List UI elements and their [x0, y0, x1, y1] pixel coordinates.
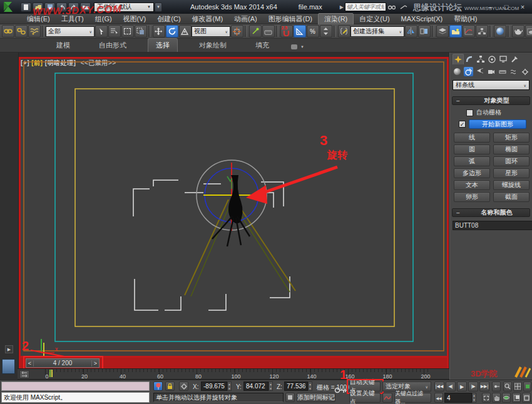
select-and-move-icon[interactable] [153, 25, 165, 38]
object-type-rollout-header[interactable]: − 对象类型 [452, 96, 530, 105]
align-icon[interactable] [418, 25, 431, 38]
select-and-link-icon[interactable] [2, 25, 14, 38]
tab-modify-icon[interactable] [464, 54, 475, 64]
z-spinner[interactable]: ▲▼ [308, 381, 312, 391]
curve-editor-icon[interactable] [463, 25, 475, 38]
shape-rectangle-button[interactable]: 矩形 [493, 133, 529, 143]
tab-utilities-icon[interactable] [509, 54, 520, 64]
tab-hierarchy-icon[interactable] [475, 54, 486, 64]
rectangular-selection-region-icon[interactable] [121, 25, 134, 38]
x-spinner[interactable]: ▲▼ [227, 381, 232, 391]
previous-frame-button[interactable]: ◀| [446, 381, 456, 391]
menu-modifiers[interactable]: 修改器(M) [187, 14, 229, 24]
shape-ngon-button[interactable]: 多边形 [454, 168, 490, 178]
time-slider-track[interactable]: < 4 / 200 > [19, 358, 449, 368]
rendered-frame-window-icon[interactable] [525, 25, 532, 38]
selection-filter-dropdown[interactable]: 全部∨ [46, 26, 95, 37]
shape-line-button[interactable]: 线 [454, 133, 490, 143]
menu-animation[interactable]: 动画(A) [228, 14, 263, 24]
shape-ellipse-button[interactable]: 椭圆 [493, 144, 529, 154]
lights-icon[interactable] [475, 67, 484, 76]
material-editor-icon[interactable] [494, 25, 506, 38]
bind-to-space-warp-icon[interactable] [28, 25, 41, 38]
shapes-icon[interactable] [464, 67, 473, 76]
redo-icon[interactable] [68, 3, 79, 12]
set-key-icon[interactable] [334, 385, 348, 395]
menu-customize[interactable]: 自定义(U) [354, 14, 395, 24]
geometry-icon[interactable] [453, 67, 462, 76]
reference-coordinate-dropdown[interactable]: 视图∨ [192, 26, 230, 37]
time-slider-handle[interactable]: < 4 / 200 > [26, 358, 100, 368]
object-name-field[interactable] [453, 221, 532, 230]
ribbon-tab-object-paint[interactable]: 对象绘制 [192, 39, 234, 52]
shape-star-button[interactable]: 星形 [493, 168, 529, 178]
current-frame-field[interactable] [444, 393, 472, 403]
menu-rendering[interactable]: 渲染(R) [318, 13, 354, 25]
ribbon-tab-modeling[interactable]: 建模 [49, 39, 78, 52]
project-folder-icon[interactable] [80, 3, 91, 12]
shape-section-button[interactable]: 截面 [493, 192, 529, 202]
zoom-icon[interactable] [503, 381, 512, 391]
help-key-icon[interactable] [399, 3, 409, 12]
menu-graph-editors[interactable]: 图形编辑器(D) [263, 14, 318, 24]
layer-manager-icon[interactable] [436, 25, 449, 38]
helpers-icon[interactable] [498, 67, 507, 76]
unlink-selection-icon[interactable] [15, 25, 28, 38]
menu-views[interactable]: 视图(V) [118, 14, 152, 24]
shape-category-dropdown[interactable]: 样条线 ∨ [453, 80, 529, 90]
search-input[interactable] [345, 3, 386, 11]
orbit-icon[interactable] [502, 393, 511, 403]
select-and-rotate-icon[interactable] [166, 25, 178, 38]
angle-snap-toggle-icon[interactable] [294, 25, 306, 38]
menu-group[interactable]: 组(G) [90, 14, 118, 24]
workspace-dropdown[interactable]: 工作区: 默认 ▼ [94, 3, 154, 12]
zoom-extents-icon[interactable] [523, 381, 531, 391]
key-filters-button[interactable]: 关键点过滤器... [394, 393, 431, 403]
mirror-icon[interactable] [405, 25, 417, 38]
select-and-manipulate-icon[interactable] [249, 25, 262, 38]
cameras-icon[interactable] [486, 67, 496, 76]
previous-frame-button[interactable]: < [26, 360, 34, 366]
ribbon-tab-populate[interactable]: 填充 [248, 39, 277, 52]
render-setup-icon[interactable] [512, 25, 524, 38]
maximize-viewport-toggle-icon[interactable] [512, 393, 521, 403]
shape-circle-button[interactable]: 圆 [454, 144, 490, 154]
go-to-end-button[interactable]: ▶▶| [479, 381, 489, 391]
absolute-offset-mode-icon[interactable] [179, 381, 188, 391]
ribbon-toggle-icon[interactable] [449, 25, 462, 38]
open-file-icon[interactable] [33, 3, 43, 12]
maxscript-listener-white[interactable]: 欢迎使用 MAXScript。 [1, 392, 150, 403]
window-crossing-icon[interactable] [135, 25, 147, 38]
z-coordinate-field[interactable] [284, 381, 308, 391]
tab-create-icon[interactable] [453, 54, 464, 64]
keyboard-shortcut-override-icon[interactable] [262, 25, 275, 38]
play-button[interactable]: ▶ [457, 381, 467, 391]
set-keys-button[interactable]: 设置关键点 [349, 393, 381, 403]
select-object-icon[interactable] [95, 25, 108, 38]
selection-lock-icon[interactable] [165, 381, 175, 391]
viewport-front[interactable]: [+] [前] [明暗处理] <<已禁用>> x 2 3 旋转 [19, 57, 449, 358]
menu-maxscript[interactable]: MAXScript(X) [396, 14, 449, 23]
select-and-scale-icon[interactable] [179, 25, 192, 38]
x-coordinate-field[interactable] [201, 381, 227, 391]
undo-icon[interactable] [56, 3, 67, 12]
viewport-layout-tab[interactable] [2, 359, 15, 374]
tab-display-icon[interactable] [498, 54, 509, 64]
edit-named-selection-sets-icon[interactable] [338, 25, 350, 38]
y-spinner[interactable]: ▲▼ [269, 381, 273, 391]
percent-snap-toggle-icon[interactable]: % [307, 25, 319, 38]
ribbon-tab-selection[interactable]: 选择 [148, 38, 178, 52]
shape-helix-button[interactable]: 螺旋线 [493, 180, 529, 190]
snaps-toggle-icon[interactable]: 2.5 [280, 25, 293, 38]
next-frame-button[interactable]: |▶ [468, 381, 478, 391]
menu-edit[interactable]: 编辑(E) [21, 14, 56, 24]
search-flyout-icon[interactable]: ▶ [340, 4, 344, 10]
start-new-shape-checkbox[interactable]: ✓ [459, 121, 466, 128]
key-filter-curve-icon[interactable] [382, 393, 392, 403]
shape-egg-button[interactable]: 卵形 [454, 192, 490, 202]
schematic-view-icon[interactable] [476, 25, 488, 38]
zoom-region-icon[interactable] [482, 393, 491, 403]
menu-create[interactable]: 创建(C) [151, 14, 186, 24]
new-file-icon[interactable] [21, 3, 31, 12]
key-mode-toggle-icon[interactable] [492, 381, 501, 391]
